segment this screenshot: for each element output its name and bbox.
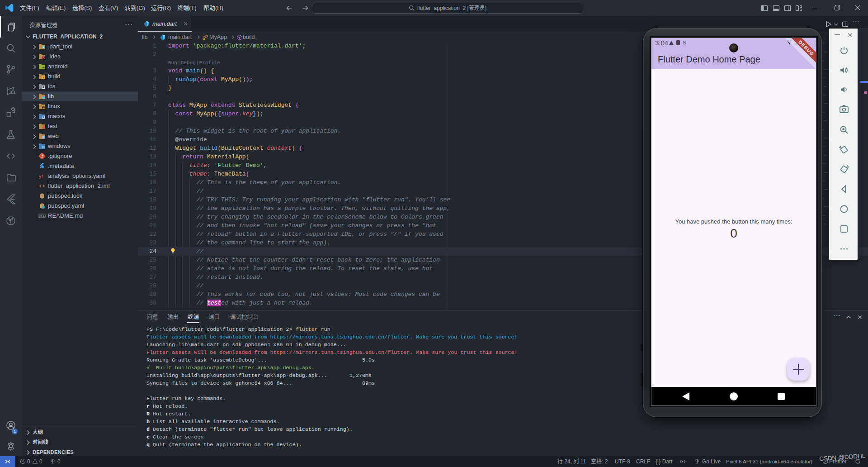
svg-text:y!: y! xyxy=(39,174,44,179)
